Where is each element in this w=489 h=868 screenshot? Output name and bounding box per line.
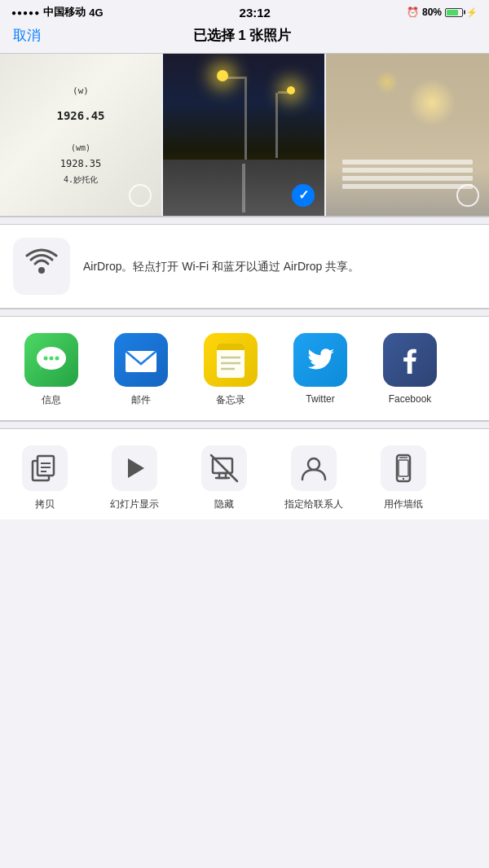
- photo-strip: (w) 1926.45 (wm) 1928.35 4.妙托化: [0, 54, 489, 217]
- svg-point-23: [308, 458, 319, 470]
- action-hide[interactable]: 隐藏: [179, 445, 269, 511]
- signal-dots: ●●●●●: [11, 8, 40, 17]
- airdrop-description: AirDrop。轻点打开 Wi-Fi 和蓝牙以通过 AirDrop 共享。: [83, 258, 359, 275]
- actions-section: 拷贝 幻灯片显示 隐藏: [0, 429, 489, 519]
- check-icon: ✓: [298, 189, 309, 202]
- share-apps-row: 信息 邮件: [7, 333, 482, 407]
- nav-bar: 取消 已选择 1 张照片: [0, 23, 489, 54]
- photo-item-1[interactable]: (w) 1926.45 (wm) 1928.35 4.妙托化: [0, 54, 163, 217]
- alarm-icon: ⏰: [407, 7, 419, 18]
- status-bar: ●●●●● 中国移动 4G 23:12 ⏰ 80% ⚡: [0, 0, 489, 23]
- hide-label: 隐藏: [214, 498, 234, 511]
- svg-rect-9: [217, 347, 244, 350]
- share-app-facebook[interactable]: Facebook: [365, 333, 455, 407]
- photo-item-2[interactable]: ✓: [163, 54, 326, 217]
- network-label: 4G: [89, 7, 103, 19]
- share-app-twitter[interactable]: Twitter: [275, 333, 365, 407]
- copy-icon-wrap: [22, 445, 68, 491]
- messages-app-label: 信息: [42, 393, 61, 407]
- nav-title: 已选择 1 张照片: [193, 26, 292, 45]
- share-app-notes[interactable]: 备忘录: [186, 333, 275, 407]
- contact-icon-wrap: [291, 445, 337, 491]
- status-right: ⏰ 80% ⚡: [407, 7, 478, 18]
- assign-contact-label: 指定给联系人: [284, 498, 343, 511]
- actions-row: 拷贝 幻灯片显示 隐藏: [0, 445, 489, 511]
- svg-point-0: [38, 267, 45, 274]
- crosswalk-stripe-1: [342, 160, 473, 164]
- airdrop-icon-wrap[interactable]: [13, 238, 70, 295]
- svg-marker-18: [128, 458, 144, 478]
- battery-percent: 80%: [422, 7, 442, 18]
- action-assign-contact[interactable]: 指定给联系人: [269, 445, 359, 511]
- wallpaper-icon-wrap: [381, 445, 426, 491]
- airdrop-icon: [24, 246, 59, 287]
- crosswalk-stripe-2: [342, 168, 473, 173]
- status-time: 23:12: [240, 6, 271, 20]
- carrier-label: 中国移动: [43, 5, 86, 20]
- section-separator-1: [0, 217, 489, 225]
- share-app-mail[interactable]: 邮件: [96, 333, 186, 407]
- action-copy[interactable]: 拷贝: [0, 445, 90, 511]
- status-left: ●●●●● 中国移动 4G: [11, 5, 104, 20]
- section-separator-3: [0, 421, 489, 429]
- crosswalk-stripe-4: [342, 184, 473, 189]
- share-apps-section: 信息 邮件: [0, 317, 489, 421]
- svg-rect-14: [37, 456, 54, 476]
- airdrop-section: AirDrop。轻点打开 Wi-Fi 和蓝牙以通过 AirDrop 共享。: [0, 225, 489, 309]
- hide-icon: [209, 454, 239, 483]
- cancel-button[interactable]: 取消: [13, 26, 41, 45]
- mail-app-label: 邮件: [131, 393, 151, 407]
- play-icon: [120, 454, 149, 483]
- light-glow-1: [217, 70, 228, 81]
- svg-point-4: [50, 357, 54, 361]
- battery-icon: [445, 8, 463, 17]
- copy-icon: [30, 454, 59, 483]
- svg-point-3: [44, 357, 48, 361]
- facebook-app-label: Facebook: [389, 393, 432, 405]
- svg-point-5: [55, 357, 59, 361]
- selection-circle-3[interactable]: [456, 184, 479, 207]
- selection-circle-2[interactable]: ✓: [292, 184, 315, 207]
- wallpaper-label: 用作墙纸: [384, 498, 423, 511]
- svg-rect-27: [399, 460, 408, 476]
- notes-app-label: 备忘录: [216, 393, 245, 407]
- slideshow-label: 幻灯片显示: [110, 498, 159, 511]
- section-separator-2: [0, 309, 489, 317]
- hide-icon-wrap: [201, 445, 247, 491]
- battery-fill: [447, 10, 458, 15]
- contact-icon: [299, 454, 328, 483]
- notes-app-icon: [204, 333, 258, 387]
- fog-light: [408, 78, 456, 127]
- action-wallpaper[interactable]: 用作墙纸: [359, 445, 448, 511]
- charging-icon: ⚡: [466, 7, 478, 18]
- action-slideshow[interactable]: 幻灯片显示: [90, 445, 179, 511]
- photo-item-3[interactable]: [326, 54, 489, 217]
- photo-1-content: (w) 1926.45 (wm) 1928.35 4.妙托化: [48, 75, 112, 196]
- messages-app-icon: [24, 333, 78, 387]
- selection-circle-1[interactable]: [129, 184, 152, 207]
- facebook-app-icon: [383, 333, 437, 387]
- copy-label: 拷贝: [35, 498, 55, 511]
- fog-light-2: [375, 70, 399, 94]
- twitter-app-icon: [293, 333, 347, 387]
- share-app-messages[interactable]: 信息: [7, 333, 96, 407]
- crosswalk-stripe-3: [342, 176, 473, 181]
- slideshow-icon-wrap: [112, 445, 157, 491]
- wallpaper-icon: [389, 454, 418, 483]
- light-glow-2: [287, 86, 295, 94]
- mail-app-icon: [114, 333, 168, 387]
- twitter-app-label: Twitter: [306, 393, 334, 405]
